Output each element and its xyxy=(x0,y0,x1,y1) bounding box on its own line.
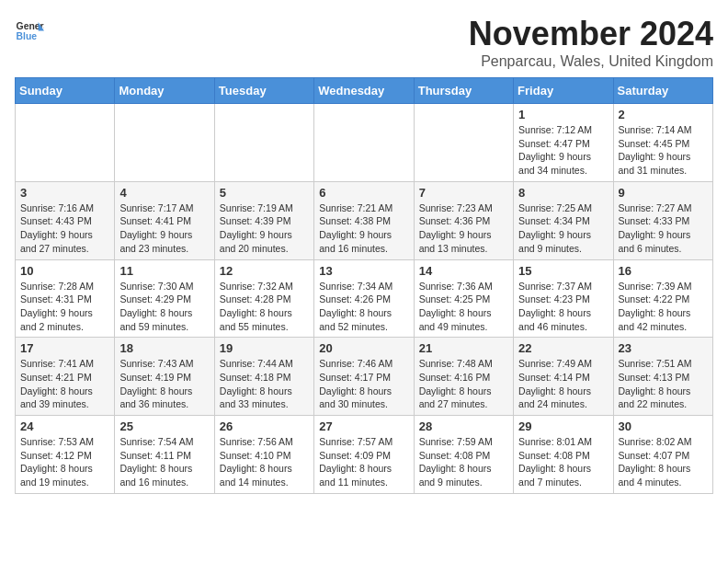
day-number: 8 xyxy=(518,186,608,200)
calendar-week-row: 3Sunrise: 7:16 AM Sunset: 4:43 PM Daylig… xyxy=(16,181,713,259)
calendar-subtitle: Penparcau, Wales, United Kingdom xyxy=(469,53,713,70)
calendar-cell: 10Sunrise: 7:28 AM Sunset: 4:31 PM Dayli… xyxy=(16,259,115,338)
day-number: 1 xyxy=(518,108,608,121)
calendar-cell: 24Sunrise: 7:53 AM Sunset: 4:12 PM Dayli… xyxy=(16,416,115,494)
day-number: 30 xyxy=(619,419,708,433)
calendar-cell: 13Sunrise: 7:34 AM Sunset: 4:26 PM Dayli… xyxy=(314,259,414,338)
calendar-title: November 2024 xyxy=(469,15,713,53)
day-number: 19 xyxy=(220,341,309,355)
day-number: 12 xyxy=(220,264,309,278)
calendar-cell: 28Sunrise: 7:59 AM Sunset: 4:08 PM Dayli… xyxy=(414,416,513,494)
day-number: 16 xyxy=(619,264,708,278)
calendar-cell: 25Sunrise: 7:54 AM Sunset: 4:11 PM Dayli… xyxy=(115,416,214,494)
day-of-week-header: Monday xyxy=(115,78,214,104)
calendar-cell: 17Sunrise: 7:41 AM Sunset: 4:21 PM Dayli… xyxy=(16,338,115,416)
calendar-cell xyxy=(115,104,214,182)
calendar-cell: 1Sunrise: 7:12 AM Sunset: 4:47 PM Daylig… xyxy=(514,104,613,182)
day-info: Sunrise: 7:25 AM Sunset: 4:34 PM Dayligh… xyxy=(518,201,608,256)
day-info: Sunrise: 7:39 AM Sunset: 4:22 PM Dayligh… xyxy=(619,280,708,334)
calendar-cell: 2Sunrise: 7:14 AM Sunset: 4:45 PM Daylig… xyxy=(613,104,712,182)
day-number: 5 xyxy=(220,186,309,200)
calendar-cell xyxy=(16,104,115,182)
calendar-cell: 20Sunrise: 7:46 AM Sunset: 4:17 PM Dayli… xyxy=(314,338,414,416)
calendar-cell: 4Sunrise: 7:17 AM Sunset: 4:41 PM Daylig… xyxy=(115,181,214,259)
day-info: Sunrise: 7:59 AM Sunset: 4:08 PM Dayligh… xyxy=(419,435,508,489)
day-info: Sunrise: 7:44 AM Sunset: 4:18 PM Dayligh… xyxy=(220,357,309,411)
day-info: Sunrise: 7:46 AM Sunset: 4:17 PM Dayligh… xyxy=(319,357,408,411)
calendar-cell: 11Sunrise: 7:30 AM Sunset: 4:29 PM Dayli… xyxy=(115,259,214,338)
day-info: Sunrise: 7:27 AM Sunset: 4:33 PM Dayligh… xyxy=(619,201,708,256)
day-info: Sunrise: 7:37 AM Sunset: 4:23 PM Dayligh… xyxy=(518,280,608,334)
day-of-week-header: Saturday xyxy=(613,78,712,104)
calendar-week-row: 24Sunrise: 7:53 AM Sunset: 4:12 PM Dayli… xyxy=(16,416,713,494)
day-number: 4 xyxy=(119,186,209,200)
calendar-cell: 26Sunrise: 7:56 AM Sunset: 4:10 PM Dayli… xyxy=(214,416,313,494)
day-info: Sunrise: 7:17 AM Sunset: 4:41 PM Dayligh… xyxy=(119,201,209,256)
day-info: Sunrise: 7:54 AM Sunset: 4:11 PM Dayligh… xyxy=(119,435,209,489)
day-number: 25 xyxy=(119,419,209,433)
calendar-cell: 16Sunrise: 7:39 AM Sunset: 4:22 PM Dayli… xyxy=(613,259,712,338)
day-of-week-header: Wednesday xyxy=(314,78,414,104)
day-of-week-header: Friday xyxy=(514,78,613,104)
day-number: 27 xyxy=(319,419,408,433)
calendar-cell: 21Sunrise: 7:48 AM Sunset: 4:16 PM Dayli… xyxy=(414,338,513,416)
calendar-cell: 9Sunrise: 7:27 AM Sunset: 4:33 PM Daylig… xyxy=(613,181,712,259)
day-number: 2 xyxy=(619,108,708,121)
day-of-week-header: Sunday xyxy=(16,78,115,104)
day-info: Sunrise: 7:41 AM Sunset: 4:21 PM Dayligh… xyxy=(20,357,109,411)
day-info: Sunrise: 7:57 AM Sunset: 4:09 PM Dayligh… xyxy=(319,435,408,489)
day-number: 20 xyxy=(319,341,408,355)
calendar-header-row: SundayMondayTuesdayWednesdayThursdayFrid… xyxy=(16,78,713,104)
day-number: 18 xyxy=(119,341,209,355)
day-number: 6 xyxy=(319,186,408,200)
day-info: Sunrise: 7:28 AM Sunset: 4:31 PM Dayligh… xyxy=(20,280,109,334)
calendar-cell: 12Sunrise: 7:32 AM Sunset: 4:28 PM Dayli… xyxy=(214,259,313,338)
calendar-cell: 18Sunrise: 7:43 AM Sunset: 4:19 PM Dayli… xyxy=(115,338,214,416)
day-info: Sunrise: 7:32 AM Sunset: 4:28 PM Dayligh… xyxy=(220,280,309,334)
calendar-cell xyxy=(214,104,313,182)
day-info: Sunrise: 7:34 AM Sunset: 4:26 PM Dayligh… xyxy=(319,280,408,334)
calendar-cell xyxy=(414,104,513,182)
logo: General Blue xyxy=(15,15,44,44)
day-number: 29 xyxy=(518,419,608,433)
header: General Blue November 2024 Penparcau, Wa… xyxy=(15,15,713,70)
day-number: 17 xyxy=(20,341,109,355)
day-number: 7 xyxy=(419,186,508,200)
calendar-cell: 6Sunrise: 7:21 AM Sunset: 4:38 PM Daylig… xyxy=(314,181,414,259)
calendar-cell: 23Sunrise: 7:51 AM Sunset: 4:13 PM Dayli… xyxy=(613,338,712,416)
calendar-cell: 14Sunrise: 7:36 AM Sunset: 4:25 PM Dayli… xyxy=(414,259,513,338)
day-number: 3 xyxy=(20,186,109,200)
day-number: 11 xyxy=(119,264,209,278)
svg-text:Blue: Blue xyxy=(17,31,38,41)
day-number: 15 xyxy=(518,264,608,278)
day-info: Sunrise: 7:56 AM Sunset: 4:10 PM Dayligh… xyxy=(220,435,309,489)
calendar-cell xyxy=(314,104,414,182)
day-number: 9 xyxy=(619,186,708,200)
day-info: Sunrise: 7:30 AM Sunset: 4:29 PM Dayligh… xyxy=(119,280,209,334)
day-number: 22 xyxy=(518,341,608,355)
day-number: 26 xyxy=(220,419,309,433)
calendar-cell: 22Sunrise: 7:49 AM Sunset: 4:14 PM Dayli… xyxy=(514,338,613,416)
day-info: Sunrise: 7:51 AM Sunset: 4:13 PM Dayligh… xyxy=(619,357,708,411)
day-number: 13 xyxy=(319,264,408,278)
day-info: Sunrise: 8:01 AM Sunset: 4:08 PM Dayligh… xyxy=(518,435,608,489)
calendar-cell: 19Sunrise: 7:44 AM Sunset: 4:18 PM Dayli… xyxy=(214,338,313,416)
day-number: 23 xyxy=(619,341,708,355)
calendar-cell: 3Sunrise: 7:16 AM Sunset: 4:43 PM Daylig… xyxy=(16,181,115,259)
calendar-table: SundayMondayTuesdayWednesdayThursdayFrid… xyxy=(15,77,713,494)
day-info: Sunrise: 7:48 AM Sunset: 4:16 PM Dayligh… xyxy=(419,357,508,411)
calendar-cell: 15Sunrise: 7:37 AM Sunset: 4:23 PM Dayli… xyxy=(514,259,613,338)
day-info: Sunrise: 8:02 AM Sunset: 4:07 PM Dayligh… xyxy=(619,435,708,489)
day-info: Sunrise: 7:21 AM Sunset: 4:38 PM Dayligh… xyxy=(319,201,408,256)
day-info: Sunrise: 7:16 AM Sunset: 4:43 PM Dayligh… xyxy=(20,201,109,256)
day-info: Sunrise: 7:53 AM Sunset: 4:12 PM Dayligh… xyxy=(20,435,109,489)
calendar-cell: 8Sunrise: 7:25 AM Sunset: 4:34 PM Daylig… xyxy=(514,181,613,259)
calendar-cell: 7Sunrise: 7:23 AM Sunset: 4:36 PM Daylig… xyxy=(414,181,513,259)
calendar-week-row: 1Sunrise: 7:12 AM Sunset: 4:47 PM Daylig… xyxy=(16,104,713,182)
calendar-week-row: 17Sunrise: 7:41 AM Sunset: 4:21 PM Dayli… xyxy=(16,338,713,416)
calendar-cell: 27Sunrise: 7:57 AM Sunset: 4:09 PM Dayli… xyxy=(314,416,414,494)
day-info: Sunrise: 7:14 AM Sunset: 4:45 PM Dayligh… xyxy=(619,123,708,178)
day-info: Sunrise: 7:36 AM Sunset: 4:25 PM Dayligh… xyxy=(419,280,508,334)
calendar-cell: 29Sunrise: 8:01 AM Sunset: 4:08 PM Dayli… xyxy=(514,416,613,494)
day-number: 14 xyxy=(419,264,508,278)
